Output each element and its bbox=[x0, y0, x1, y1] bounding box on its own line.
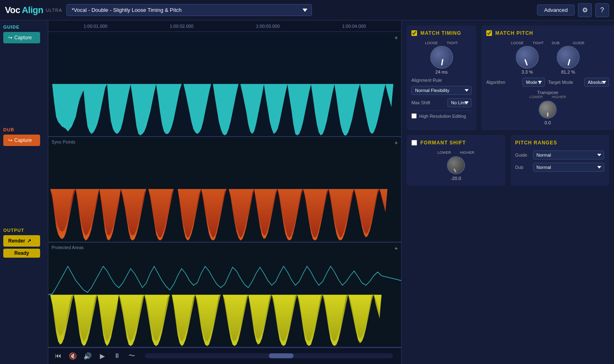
max-shift-row: Max Shift No Limit bbox=[411, 98, 472, 107]
header-actions: Advanced ⚙ ? bbox=[537, 3, 609, 17]
waveform-area: 1:00:01.000 1:00:02.000 1:00:03.000 1:00… bbox=[48, 20, 401, 364]
guide-pitch-range-row: Guide Normal bbox=[515, 151, 605, 160]
high-res-label: High Resolution Editing bbox=[419, 114, 466, 119]
preset-dropdown[interactable]: *Vocal - Double - Slightly Loose Timing … bbox=[66, 4, 312, 16]
dub-pitch-select[interactable]: Normal bbox=[533, 163, 605, 172]
timing-ms-value: 24 ms bbox=[436, 70, 448, 74]
dub-capture-button[interactable]: ↪ Capture bbox=[3, 135, 40, 146]
match-pitch-checkbox[interactable] bbox=[486, 30, 492, 36]
pitch-target-value: 81.2 % bbox=[561, 70, 575, 74]
output-expand-icon[interactable]: + bbox=[395, 245, 398, 252]
timing-knob-row: LOOSE TIGHT 24 ms bbox=[411, 41, 472, 74]
guide-expand-icon[interactable]: + bbox=[395, 34, 398, 41]
match-pitch-header: MATCH PITCH bbox=[486, 30, 609, 36]
formant-knob[interactable] bbox=[447, 156, 465, 174]
guide-label: GUIDE bbox=[3, 25, 20, 29]
logo-align: Align bbox=[22, 5, 43, 16]
render-icon: ↗ bbox=[27, 238, 31, 244]
timing-tight-label: TIGHT bbox=[447, 41, 458, 45]
app-logo: VocAlign ULTRA bbox=[5, 5, 62, 16]
target-mode-select[interactable]: Absolute bbox=[584, 78, 609, 87]
time-mark-2: 1:00:02.000 bbox=[170, 24, 194, 29]
algorithm-select[interactable]: Mode 1 bbox=[522, 78, 545, 87]
transpose-area: Transpose LOWER HIGHER 0.0 bbox=[486, 90, 609, 125]
waveform-button[interactable]: 〜 bbox=[126, 350, 138, 362]
transpose-value: 0.0 bbox=[486, 120, 609, 125]
dub-waveform bbox=[48, 137, 401, 241]
app-header: VocAlign ULTRA *Vocal - Double - Slightl… bbox=[0, 0, 614, 20]
pitch-target-group: DUB GUIDE 81.2 % bbox=[552, 41, 585, 74]
timeline-marks: 1:00:01.000 1:00:02.000 1:00:03.000 1:00… bbox=[52, 24, 397, 29]
pitch-dub-label: DUB bbox=[552, 41, 560, 45]
timing-knob-labels: LOOSE TIGHT bbox=[425, 41, 458, 45]
dub-track[interactable]: Sync Points + bbox=[48, 137, 401, 242]
dub-expand-icon[interactable]: + bbox=[395, 139, 398, 146]
advanced-button[interactable]: Advanced bbox=[537, 4, 575, 16]
scroll-thumb[interactable] bbox=[269, 353, 293, 358]
pitch-target-knob[interactable] bbox=[557, 46, 580, 69]
pitch-knob-row: LOOSE TIGHT 3.3 % DUB GUIDE bbox=[486, 41, 609, 74]
pitch-max-diff-knob[interactable] bbox=[516, 46, 539, 69]
high-res-row: High Resolution Editing bbox=[411, 113, 472, 119]
timing-loose-label: LOOSE bbox=[425, 41, 438, 45]
pause-button[interactable]: ⏸ bbox=[111, 350, 123, 362]
output-track[interactable]: Protected Areas + bbox=[48, 243, 401, 348]
right-panel: MATCH TIMING LOOSE TIGHT 24 ms bbox=[401, 20, 614, 364]
guide-track[interactable]: + bbox=[48, 32, 401, 137]
high-res-checkbox[interactable] bbox=[411, 113, 417, 119]
match-timing-checkbox[interactable] bbox=[411, 30, 417, 36]
dub-label: DUB bbox=[3, 127, 14, 132]
pitch-ranges-section: PITCH RANGES Guide Normal Dub Normal bbox=[510, 135, 609, 186]
ready-status: Ready bbox=[3, 249, 40, 258]
guide-waveform bbox=[48, 32, 401, 136]
pitch-max-diff-group: LOOSE TIGHT 3.3 % bbox=[511, 41, 544, 74]
guide-pitch-select[interactable]: Normal bbox=[533, 151, 605, 160]
time-mark-3: 1:00:03.000 bbox=[256, 24, 280, 29]
render-label: Render bbox=[8, 238, 25, 244]
alignment-rule-row: Alignment Rule bbox=[411, 78, 472, 83]
mute-button[interactable]: 🔇 bbox=[67, 350, 79, 362]
formant-value: -20.0 bbox=[411, 176, 501, 181]
max-shift-select[interactable]: No Limit bbox=[447, 98, 472, 107]
transpose-knob[interactable] bbox=[539, 101, 557, 119]
pitch-ranges-content: Guide Normal Dub Normal bbox=[515, 151, 605, 172]
time-mark-4: 1:00:04.000 bbox=[342, 24, 366, 29]
timing-max-diff-knob[interactable] bbox=[430, 46, 453, 69]
play-button[interactable]: ▶ bbox=[97, 350, 108, 362]
guide-pitch-label: Guide bbox=[515, 153, 530, 157]
formant-knob-labels: LOWER HIGHER bbox=[438, 151, 474, 155]
dub-pitch-range-row: Dub Normal bbox=[515, 163, 605, 172]
output-section: OUTPUT Render ↗ Ready bbox=[3, 228, 45, 258]
dub-pitch-label: Dub bbox=[515, 165, 530, 170]
main-content: GUIDE ↪ Capture DUB ↪ Capture OUTPUT Ren… bbox=[0, 20, 614, 364]
formant-lower-label: LOWER bbox=[438, 151, 451, 155]
formant-shift-checkbox[interactable] bbox=[411, 140, 417, 146]
help-button[interactable]: ? bbox=[595, 3, 609, 17]
algorithm-label: Algorithm bbox=[486, 80, 519, 85]
formant-shift-header: FORMANT SHIFT bbox=[411, 140, 501, 146]
output-waveform bbox=[48, 243, 401, 347]
rewind-button[interactable]: ⏮ bbox=[52, 350, 64, 362]
time-mark-1: 1:00:01.000 bbox=[84, 24, 107, 29]
formant-higher-label: HIGHER bbox=[460, 151, 474, 155]
timing-max-diff-group: LOOSE TIGHT 24 ms bbox=[425, 41, 458, 74]
settings-button[interactable]: ⚙ bbox=[578, 3, 592, 17]
alignment-rule-select[interactable]: Normal Flexibility bbox=[411, 86, 472, 95]
guide-capture-button[interactable]: ↪ Capture bbox=[3, 32, 40, 43]
pitch-max-diff-value: 3.3 % bbox=[521, 70, 533, 74]
max-shift-label: Max Shift bbox=[411, 100, 444, 105]
transpose-lower-label: LOWER bbox=[529, 95, 543, 99]
render-button[interactable]: Render ↗ bbox=[3, 235, 40, 247]
bottom-panels-row: FORMANT SHIFT LOWER HIGHER -20.0 PITCH R bbox=[406, 135, 609, 186]
formant-knob-area: LOWER HIGHER -20.0 bbox=[411, 151, 501, 181]
volume-button[interactable]: 🔊 bbox=[82, 350, 93, 362]
dub-section: DUB ↪ Capture bbox=[3, 127, 45, 146]
scroll-track[interactable] bbox=[145, 353, 393, 358]
transpose-label: Transpose bbox=[486, 90, 609, 95]
protected-areas-label: Protected Areas bbox=[52, 245, 84, 250]
transport-bar: ⏮ 🔇 🔊 ▶ ⏸ 〜 bbox=[48, 348, 401, 364]
algorithm-row: Algorithm Mode 1 Target Mode Absolute bbox=[486, 78, 609, 87]
match-timing-section: MATCH TIMING LOOSE TIGHT 24 ms bbox=[406, 25, 476, 130]
match-timing-title: MATCH TIMING bbox=[420, 30, 461, 36]
match-pitch-title: MATCH PITCH bbox=[495, 30, 533, 36]
